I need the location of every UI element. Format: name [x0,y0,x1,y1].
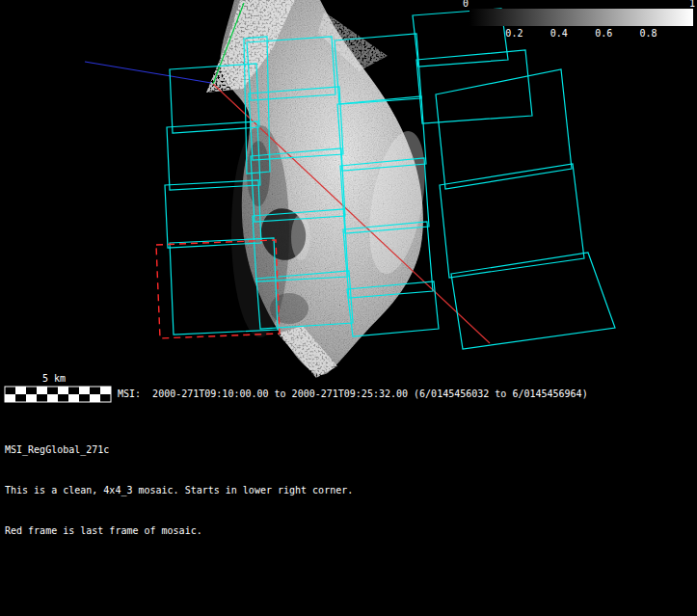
colorbar-max-label: 1 [689,0,695,9]
colorbar-gradient [469,9,693,26]
scalebar-cell [79,387,90,394]
caption-block: MSI_RegGlobal_271c This is a clean, 4x4_… [5,416,353,565]
scalebar-cell [100,394,111,402]
scalebar-cell [68,394,79,402]
scalebar-cell [47,394,58,402]
z-axis-line [85,62,211,83]
scalebar-checker [5,387,111,402]
scalebar-cell [90,394,100,402]
caption-line-2: This is a clean, 4x4_3 mosaic. Starts in… [5,484,353,497]
scalebar-cell [37,387,47,394]
image-footprint [436,69,572,189]
scalebar-cell [26,387,37,394]
colorbar-min-label: 0 [463,0,469,9]
colorbar-tick-label: 0.6 [595,29,612,39]
scalebar-cell [47,387,58,394]
colorbar: 0 1 0.2 0.4 0.6 0.8 [469,9,693,26]
scalebar-cell [15,394,26,402]
scalebar-cell [68,387,79,394]
scalebar-cell [5,394,15,402]
caption-line-1: MSI_RegGlobal_271c [5,443,353,457]
scalebar-cell [58,394,68,402]
image-footprint [440,164,584,278]
scalebar-cell [15,387,26,394]
image-footprint [451,253,615,349]
scalebar-label: 5 km [42,373,66,384]
crater-rim-highlight [291,214,310,260]
asteroid-model [206,0,435,378]
scalebar-cell [58,387,68,394]
caption-line-3: Red frame is last frame of mosaic. [5,524,353,538]
scalebar-cell [5,387,15,394]
scalebar-cell [37,394,47,402]
colorbar-tick-label: 0.2 [505,29,523,39]
colorbar-tick-label: 0.4 [550,29,568,39]
scalebar-cell [26,394,37,402]
scalebar-cell [100,387,111,394]
msi-visualization-screen: 0 1 0.2 0.4 0.6 0.8 5 km MSI: 2000-271T0… [0,0,697,616]
scalebar-cell [79,394,90,402]
asteroid-dark-patch-lower [270,293,308,324]
scalebar-cell [90,387,100,394]
status-line: MSI: 2000-271T09:10:00.00 to 2000-271T09… [118,388,588,400]
colorbar-tick-label: 0.8 [640,29,657,39]
